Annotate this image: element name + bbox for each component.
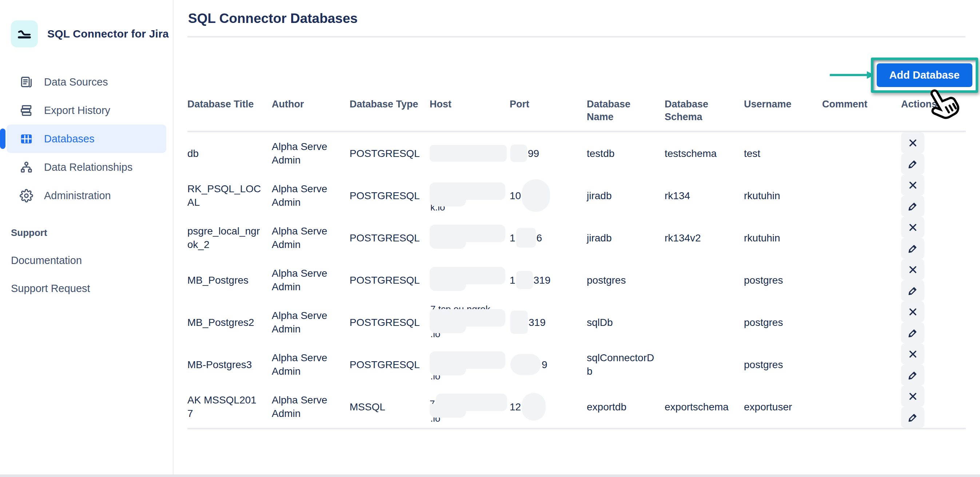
cell-username: exportuser xyxy=(744,386,822,429)
port-value: 319 xyxy=(534,273,551,287)
edit-database-button[interactable] xyxy=(901,280,924,301)
col-host: Host xyxy=(430,98,510,131)
sidebar-nav: Data Sources Export History Databases xyxy=(0,68,173,210)
delete-database-button[interactable] xyxy=(901,217,924,238)
cell-comment xyxy=(822,259,901,301)
col-port: Port xyxy=(510,98,587,131)
delete-database-button[interactable] xyxy=(901,301,924,322)
delete-icon xyxy=(907,137,918,148)
port-cell-content: 99 xyxy=(510,136,577,171)
sidebar-link-documentation[interactable]: Documentation xyxy=(0,255,173,266)
col-database-name: Database Name xyxy=(587,98,665,131)
cell-database-name: sqlDb xyxy=(587,301,665,343)
redaction-blur xyxy=(511,311,528,334)
edit-database-button[interactable] xyxy=(901,238,924,259)
cell-host: 7.tcp.eu.ngrok.io xyxy=(430,301,510,343)
col-author: Author xyxy=(272,98,350,131)
delete-icon xyxy=(907,306,918,317)
sidebar-item-databases[interactable]: Databases xyxy=(6,124,166,153)
cell-actions xyxy=(901,174,966,217)
delete-icon xyxy=(907,391,918,402)
add-database-button[interactable]: Add Database xyxy=(877,63,972,87)
cell-database-name: sqlConnectorDb xyxy=(587,343,665,386)
port-value: 12 xyxy=(510,400,521,414)
cell-database-schema xyxy=(665,301,744,343)
cell-database-type: MSSQL xyxy=(350,386,430,429)
edit-database-button[interactable] xyxy=(901,322,924,343)
annotation-arrow-icon xyxy=(830,70,875,80)
sidebar-item-label: Export History xyxy=(44,105,110,116)
delete-database-button[interactable] xyxy=(901,343,924,364)
redaction-blur xyxy=(522,179,550,212)
cell-database-name: postgres xyxy=(587,259,665,301)
redaction-blur xyxy=(516,271,533,289)
table-row: db Alpha Serve Admin POSTGRESQL 99 testd… xyxy=(187,131,966,174)
sidebar-item-data-relationships[interactable]: Data Relationships xyxy=(6,153,166,181)
sidebar-item-label: Administration xyxy=(44,190,111,202)
edit-database-button[interactable] xyxy=(901,364,924,386)
edit-icon xyxy=(907,201,918,212)
delete-icon xyxy=(907,348,918,360)
cell-author: Alpha Serve Admin xyxy=(272,386,350,429)
cell-author: Alpha Serve Admin xyxy=(272,131,350,174)
cell-database-name: testdb xyxy=(587,131,665,174)
table-row: MB_Postgres Alpha Serve Admin POSTGRESQL… xyxy=(187,259,966,301)
cell-host: .io xyxy=(430,343,510,386)
delete-icon xyxy=(907,264,918,275)
support-section-heading: Support xyxy=(0,227,173,238)
cell-comment xyxy=(822,131,901,174)
cell-author: Alpha Serve Admin xyxy=(272,259,350,301)
redaction-blur xyxy=(511,354,541,375)
cell-comment xyxy=(822,386,901,429)
cell-port: 1319 xyxy=(510,259,587,301)
cell-actions xyxy=(901,131,966,174)
cell-database-title: MB-Postgres3 xyxy=(187,343,272,386)
cell-actions xyxy=(901,259,966,301)
cell-host xyxy=(430,259,510,301)
table-row: MB-Postgres3 Alpha Serve Admin POSTGRESQ… xyxy=(187,343,966,386)
cell-port: 99 xyxy=(510,131,587,174)
cell-comment xyxy=(822,301,901,343)
redaction-blur xyxy=(516,228,536,247)
cell-host xyxy=(430,217,510,259)
edit-icon xyxy=(907,370,918,381)
redaction-blur xyxy=(430,145,507,162)
sidebar-item-label: Data Relationships xyxy=(44,161,132,173)
edit-database-button[interactable] xyxy=(901,153,924,174)
cell-username: postgres xyxy=(744,259,822,301)
sidebar-link-support-request[interactable]: Support Request xyxy=(0,282,173,295)
delete-icon xyxy=(907,180,918,191)
cell-author: Alpha Serve Admin xyxy=(272,174,350,217)
port-cell-content: 16 xyxy=(510,220,577,255)
col-database-type: Database Type xyxy=(350,98,430,131)
redaction-blur xyxy=(522,393,546,421)
sidebar-item-export-history[interactable]: Export History xyxy=(6,96,166,124)
sidebar-item-administration[interactable]: Administration xyxy=(6,181,166,210)
cell-port: 12 xyxy=(510,386,587,429)
port-cell-content: 12 xyxy=(510,389,577,424)
cell-comment xyxy=(822,174,901,217)
redaction-blur xyxy=(430,235,466,249)
host-redaction xyxy=(430,220,500,255)
port-cell-content: 319 xyxy=(510,305,577,340)
delete-database-button[interactable] xyxy=(901,174,924,196)
edit-database-button[interactable] xyxy=(901,196,924,217)
cell-comment xyxy=(822,217,901,259)
col-database-schema: Database Schema xyxy=(665,98,744,131)
sidebar: SQL Connector for Jira Data Sources Expo… xyxy=(0,0,173,477)
host-redaction xyxy=(430,263,500,297)
active-indicator xyxy=(0,129,5,149)
delete-database-button[interactable] xyxy=(901,132,924,153)
delete-database-button[interactable] xyxy=(901,259,924,280)
sidebar-item-data-sources[interactable]: Data Sources xyxy=(6,68,166,96)
redaction-blur xyxy=(430,277,466,291)
edit-database-button[interactable] xyxy=(901,407,924,428)
port-value: 319 xyxy=(528,316,546,329)
delete-database-button[interactable] xyxy=(901,386,924,407)
col-comment: Comment xyxy=(822,98,901,131)
redaction-blur xyxy=(430,404,466,418)
table-body: db Alpha Serve Admin POSTGRESQL 99 testd… xyxy=(187,131,966,429)
cell-host xyxy=(430,131,510,174)
cell-author: Alpha Serve Admin xyxy=(272,343,350,386)
host-redaction: 7.io xyxy=(430,389,500,424)
